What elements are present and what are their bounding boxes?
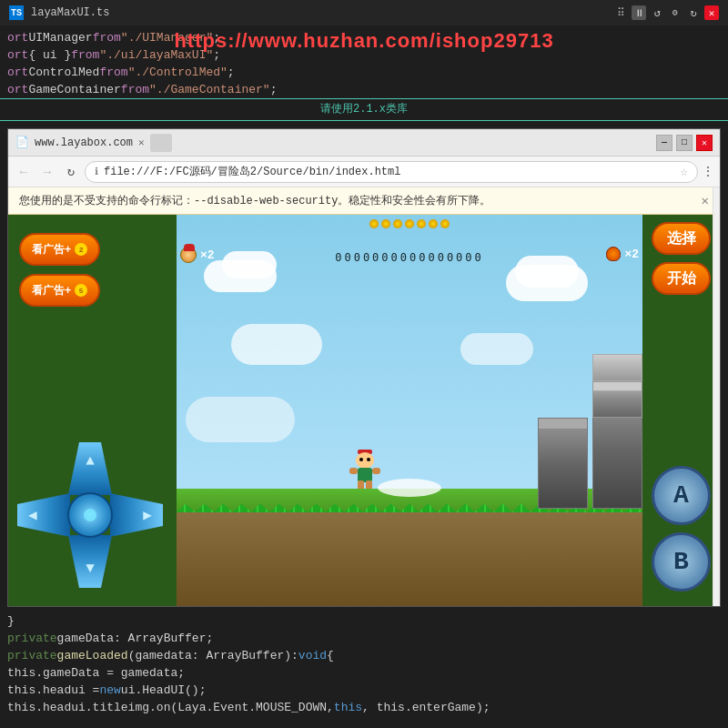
browser-favicon-icon: 📄 [15, 136, 29, 149]
maximize-button[interactable]: □ [676, 135, 693, 151]
coin-icon-2: 5 [75, 284, 87, 297]
code-comment: 请使用2.1.x类库 [0, 98, 728, 121]
dpad-left[interactable] [17, 493, 70, 537]
dpad-down-arrow: ▼ [86, 561, 95, 577]
bush-cloud [378, 479, 441, 497]
cloud-1-top [222, 251, 277, 278]
dpad-center [67, 492, 113, 538]
svg-rect-7 [349, 468, 358, 474]
dpad-right-arrow: ▶ [143, 506, 152, 524]
ground-dirt [177, 512, 642, 606]
coin-sm-2 [381, 219, 390, 228]
back-button[interactable]: ← [14, 162, 34, 182]
svg-point-2 [359, 458, 363, 461]
cloud-4 [460, 333, 533, 365]
reload-button[interactable]: ↻ [61, 162, 81, 182]
start-button[interactable]: 开始 [652, 262, 711, 295]
title-bar: TS layaMaxUI.ts ⠿ ⏸ ↺ ⚙ ↻ ✕ [0, 0, 728, 25]
block-1-top [539, 419, 587, 430]
browser-tab-close-icon[interactable]: ✕ [138, 136, 145, 148]
warning-close-button[interactable]: ✕ [702, 193, 709, 208]
code-bottom-line-3: private gameLoaded(gamedata: ArrayBuffer… [0, 647, 728, 664]
coin-icon-1: 2 [75, 243, 87, 256]
ad-button-2[interactable]: 看广告+ 5 [19, 274, 100, 307]
select-button[interactable]: 选择 [652, 222, 711, 255]
forward-button[interactable]: → [37, 162, 57, 182]
dpad-up-arrow: ▲ [86, 453, 95, 470]
b-button[interactable]: B [652, 532, 711, 592]
ad-text-2: 看广告+ [32, 283, 71, 298]
new-tab-button[interactable] [150, 134, 172, 152]
lives-display-right: ×2 [606, 247, 639, 261]
a-button[interactable]: A [652, 466, 711, 525]
browser-toolbar: ← → ↻ ℹ file:///F:/FC源码/冒险岛2/Source/bin/… [8, 157, 720, 187]
grid-icon[interactable]: ⠿ [613, 5, 628, 20]
code-editor-top: ort UIManager from "./UIManager"; ort { … [0, 25, 728, 125]
fire-icon [606, 247, 621, 261]
ts-icon: TS [9, 5, 24, 20]
browser-window: 📄 www.layabox.com ✕ — □ ✕ ← → ↻ ℹ file:/… [7, 128, 721, 607]
pause-icon[interactable]: ⏸ [632, 5, 646, 20]
coin-sm-1 [369, 219, 379, 228]
code-bottom-line-2: private gameData: ArrayBuffer; [0, 630, 728, 647]
restore-icon[interactable]: ↺ [650, 5, 664, 20]
coin-sm-4 [405, 219, 414, 228]
dpad-right[interactable] [110, 493, 163, 537]
bookmark-icon[interactable]: ☆ [681, 164, 688, 179]
lives-display-left: ×2 [180, 247, 215, 263]
block-3 [592, 381, 642, 418]
code-bottom-line-6: this.headui.titleimg.on(Laya.Event.MOUSE… [0, 699, 728, 716]
coin-sm-5 [417, 219, 426, 228]
code-line-2: ort { ui } from "./ui/layaMaxUI"; [0, 46, 728, 64]
window-controls: ⠿ ⏸ ↺ ⚙ ↻ ✕ [613, 5, 719, 20]
cloud-3 [231, 324, 322, 365]
warning-text: 您使用的是不受支持的命令行标记：--disable-web-security。稳… [19, 193, 490, 208]
address-bar[interactable]: ℹ file:///F:/FC源码/冒险岛2/Source/bin/index.… [85, 161, 698, 183]
code-line-1: ort UIManager from "./UIManager"; [0, 29, 728, 46]
code-line-4: ort GameContainer from "./GameContainer"… [0, 81, 728, 98]
refresh-icon[interactable]: ↻ [686, 5, 701, 20]
browser-title-bar: 📄 www.layabox.com ✕ — □ ✕ [8, 129, 720, 157]
settings-icon[interactable]: ⚙ [668, 5, 682, 20]
ad-text-1: 看广告+ [32, 242, 71, 258]
minimize-button[interactable]: — [656, 135, 672, 151]
dpad-container: ▲ ▼ ◀ ▶ [17, 442, 163, 588]
right-game-panel: 选择 开始 A B [642, 215, 720, 606]
dpad-center-dot [84, 509, 96, 521]
score-number-row: 0000000000000000 [335, 251, 484, 264]
lives-count-right: ×2 [624, 248, 639, 261]
code-bottom-line-5: this.headui = new ui.HeadUI(); [0, 682, 728, 699]
dpad[interactable]: ▲ ▼ ◀ ▶ [17, 442, 163, 588]
dpad-left-arrow: ◀ [28, 506, 37, 524]
player-hat [184, 244, 195, 251]
close-icon[interactable]: ✕ [704, 5, 719, 20]
browser-tab-title[interactable]: www.layabox.com [35, 136, 133, 149]
svg-point-3 [367, 458, 370, 461]
terrain-blocks [533, 363, 642, 509]
score-bar [369, 219, 450, 228]
player-head-icon [180, 247, 197, 263]
cloud-5 [186, 397, 295, 442]
coin-sm-6 [429, 219, 438, 228]
browser-scrollbar[interactable] [713, 187, 720, 606]
left-game-panel: 看广告+ 2 看广告+ 5 [8, 215, 177, 606]
svg-rect-8 [372, 468, 380, 474]
warning-bar: 您使用的是不受支持的命令行标记：--disable-web-security。稳… [8, 187, 720, 215]
browser-close-button[interactable]: ✕ [696, 135, 713, 151]
code-bottom-line-4: this.gameData = gamedata; [0, 664, 728, 682]
block-3-top [593, 382, 642, 391]
coin-sm-3 [393, 219, 402, 228]
code-line-3: ort ControlMed from "./ControlMed"; [0, 64, 728, 81]
score-digits: 0000000000000000 [335, 251, 484, 264]
ad-button-1[interactable]: 看广告+ 2 [19, 233, 100, 266]
game-viewport: 看广告+ 2 看广告+ 5 [8, 215, 720, 606]
lives-count-left: ×2 [200, 248, 215, 262]
block-4 [592, 354, 642, 381]
svg-point-1 [356, 452, 374, 469]
secure-icon: ℹ [95, 166, 98, 177]
browser-menu-button[interactable]: ⋮ [702, 164, 714, 179]
cloud-2-top [515, 256, 579, 288]
game-canvas: 0000000000000000 ×2 ×2 [177, 215, 642, 606]
coin-sm-7 [440, 219, 450, 228]
block-1 [538, 418, 588, 509]
